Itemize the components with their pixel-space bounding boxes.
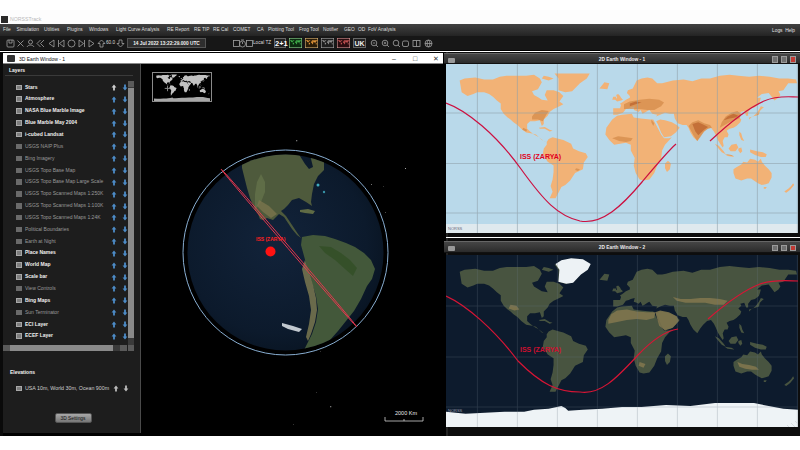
svg-text:ISS (ZARYA): ISS (ZARYA) [256,236,286,242]
svg-text:NORSS: NORSS [448,226,463,231]
svg-text:2000 Km: 2000 Km [395,410,417,416]
svg-text:ISS (ZARYA): ISS (ZARYA) [520,153,561,161]
svg-text:ISS (ZARYA): ISS (ZARYA) [520,346,561,354]
svg-text:NORSS: NORSS [448,408,463,413]
